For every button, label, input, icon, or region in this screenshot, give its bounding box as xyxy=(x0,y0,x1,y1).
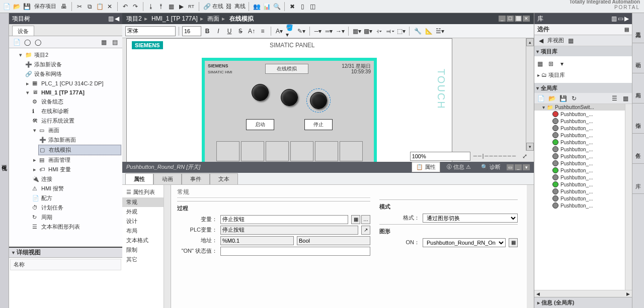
font-grow-button[interactable]: A↑ xyxy=(247,26,257,36)
prop-form-scrollbar[interactable] xyxy=(527,185,534,309)
tree-expand-icon[interactable]: ▤ xyxy=(110,38,119,47)
right-tab[interactable]: 布局 xyxy=(632,73,644,104)
chevron-down-icon[interactable]: ▾ xyxy=(32,127,37,134)
chevron-down-icon[interactable]: ▾ xyxy=(18,52,23,58)
lib-item[interactable]: Pushbutton_... xyxy=(534,202,625,209)
underline-button[interactable]: U xyxy=(224,26,234,36)
cut-icon[interactable]: ✂ xyxy=(75,2,84,11)
chevron-down-icon[interactable]: ▾ xyxy=(25,89,30,96)
right-tab[interactable]: 动画 xyxy=(632,43,644,73)
hmi-datetime[interactable]: 12/31 星期日10:59:39 xyxy=(342,63,371,74)
start-button[interactable]: 启动 xyxy=(246,119,274,130)
fkey[interactable] xyxy=(241,141,264,161)
glib-refresh-icon[interactable]: ↻ xyxy=(570,94,579,103)
tree-screens[interactable]: ▾▭画面 xyxy=(31,126,121,135)
lib-dropdown-icon[interactable]: ▾ xyxy=(557,59,567,68)
breadcrumb-item[interactable]: 在线模拟 xyxy=(229,15,254,22)
glib-open-icon[interactable]: 📂 xyxy=(547,94,556,103)
plcvar-link-button[interactable]: ↗ xyxy=(361,226,370,235)
accessible-icon[interactable]: 👥 xyxy=(252,2,261,11)
breadcrumb-item[interactable]: 项目2 xyxy=(126,15,142,22)
tab-properties[interactable]: 📋 属性 xyxy=(412,162,440,172)
go-online-icon[interactable]: 🔗 xyxy=(202,2,211,11)
lib-item[interactable]: Pushbutton_... xyxy=(534,188,625,195)
tree-cycles[interactable]: ↻周期 xyxy=(31,213,121,222)
lib-folder-switches[interactable]: ▾ 📁 PushbuttonSwit... xyxy=(534,104,625,111)
save-icon[interactable]: 💾 xyxy=(22,2,31,11)
tab-info[interactable]: 🛈 信息 ⚠ xyxy=(442,162,475,172)
tree-nav-fwd-icon[interactable]: ◯ xyxy=(33,38,42,47)
go-offline-icon[interactable]: ⛓ xyxy=(224,2,233,11)
subtab-text[interactable]: 文本 xyxy=(210,173,238,184)
glib-grid-icon[interactable]: ▦ xyxy=(621,94,630,103)
lib-view-toggle-icon[interactable]: ▦ xyxy=(566,36,575,45)
tree-nav-back-icon[interactable]: ◯ xyxy=(23,38,32,47)
new-icon[interactable]: 📄 xyxy=(2,2,11,11)
info-footer[interactable]: ▸ 信息 (全局库) xyxy=(534,297,632,308)
options-dropdown-icon[interactable]: ▤ xyxy=(624,27,629,32)
lib-item[interactable]: Pushbutton_... xyxy=(534,118,625,125)
right-tab[interactable]: 指令 xyxy=(632,104,644,134)
font-size-select[interactable] xyxy=(182,26,201,36)
fkey[interactable] xyxy=(266,141,289,161)
lib-new-icon[interactable]: ▦ xyxy=(535,59,544,68)
cross-ref-icon[interactable]: 📊 xyxy=(262,2,271,11)
tree-hmi[interactable]: ▾🖥HMI_1 [TP 177A] xyxy=(24,88,121,97)
subtab-properties[interactable]: 属性 xyxy=(125,173,153,184)
tab-devices[interactable]: 设备 xyxy=(12,26,34,36)
tree-text-lists[interactable]: ☰文本和图形列表 xyxy=(31,222,121,232)
prop-layout-button[interactable]: ▭ xyxy=(507,164,514,170)
project-tree[interactable]: ▾📁项目2 ➕添加新设备 🔗设备和网络 ▸▦PLC_1 [CPU 314C-2 … xyxy=(9,48,122,247)
font-name-select[interactable] xyxy=(125,26,176,36)
tree-screen-mgmt[interactable]: ▸▤画面管理 xyxy=(31,155,121,165)
graph-browse-button[interactable]: ▦ xyxy=(509,238,518,247)
breadcrumb-item[interactable]: 画面 xyxy=(207,15,219,22)
subtab-events[interactable]: 事件 xyxy=(182,173,210,184)
collapse-left-icon[interactable]: ◀ xyxy=(115,15,119,22)
restore-button[interactable]: ☐ xyxy=(507,16,514,22)
prop-min-button[interactable]: _ xyxy=(515,164,522,170)
distribute-button[interactable]: ⫤▾ xyxy=(385,26,395,36)
project-lib-header[interactable]: ▾项目库 xyxy=(534,46,632,56)
italic-button[interactable]: I xyxy=(213,26,223,36)
tree-plc[interactable]: ▸▦PLC_1 [CPU 314C-2 DP] xyxy=(24,79,121,88)
scroll-up-icon[interactable]: ▴ xyxy=(526,38,534,46)
line-style-button[interactable]: ─▾ xyxy=(313,26,323,36)
breadcrumb-item[interactable]: HMI_1 [TP 177A] xyxy=(151,15,198,22)
lib-item[interactable]: Pushbutton_... xyxy=(534,146,625,153)
lib-item[interactable]: Pushbutton_... xyxy=(534,181,625,188)
paste-icon[interactable]: 📋 xyxy=(95,2,104,11)
line-color-button[interactable]: ✎▾ xyxy=(296,26,306,36)
chevron-right-icon[interactable]: ▸ xyxy=(25,80,30,87)
lib-expand-icon[interactable]: ⊞ xyxy=(546,59,555,68)
lib-view-button[interactable]: ◀ xyxy=(536,36,545,45)
lib-item[interactable]: Pushbutton_... xyxy=(534,195,625,202)
tree-recipes[interactable]: 📄配方 xyxy=(31,193,121,203)
tree-device-config[interactable]: ⚙设备组态 xyxy=(31,97,121,107)
group-button[interactable]: ⬚▾ xyxy=(396,26,406,36)
global-lib-header[interactable]: ▾全局库 xyxy=(534,83,632,93)
graph-on-select[interactable]: Pushbutton_Round_RN_On xyxy=(423,238,506,247)
lib-h-scrollbar[interactable]: ◀▶ xyxy=(534,290,632,297)
glib-list-icon[interactable]: ☰ xyxy=(610,94,619,103)
wrench-icon[interactable]: 🔧 xyxy=(413,26,423,36)
zoom-slider[interactable]: ──|─────── xyxy=(473,153,517,159)
mode-format-select[interactable]: 通过图形切换 xyxy=(423,214,518,223)
align-button[interactable]: ≡ xyxy=(258,26,268,36)
send-back-button[interactable]: ▩▾ xyxy=(363,26,373,36)
upload-icon[interactable]: ⭱ xyxy=(156,2,166,11)
bold-button[interactable]: B xyxy=(202,26,212,36)
tree-connections[interactable]: 🔌连接 xyxy=(31,174,121,184)
lib-item[interactable]: Pushbutton_... xyxy=(534,125,625,132)
right-tab[interactable]: 工具箱 xyxy=(632,13,644,43)
subtab-animation[interactable]: 动画 xyxy=(153,173,182,184)
onstate-input[interactable] xyxy=(220,247,370,256)
lib-item[interactable]: Pushbutton_... xyxy=(534,167,625,174)
ruler-icon[interactable]: 📐 xyxy=(424,26,434,36)
pushbutton-3-selected[interactable] xyxy=(310,92,327,109)
tab-diagnostics[interactable]: 🔍 诊断 xyxy=(477,162,505,172)
lib-layout-icon[interactable]: ▥ xyxy=(611,15,617,22)
lib-collapse-icon[interactable]: ▶ xyxy=(624,15,629,22)
tree-alarms[interactable]: ⚠HMI 报警 xyxy=(31,184,121,193)
hmi-screen-title[interactable]: 在线模拟 xyxy=(265,64,308,74)
